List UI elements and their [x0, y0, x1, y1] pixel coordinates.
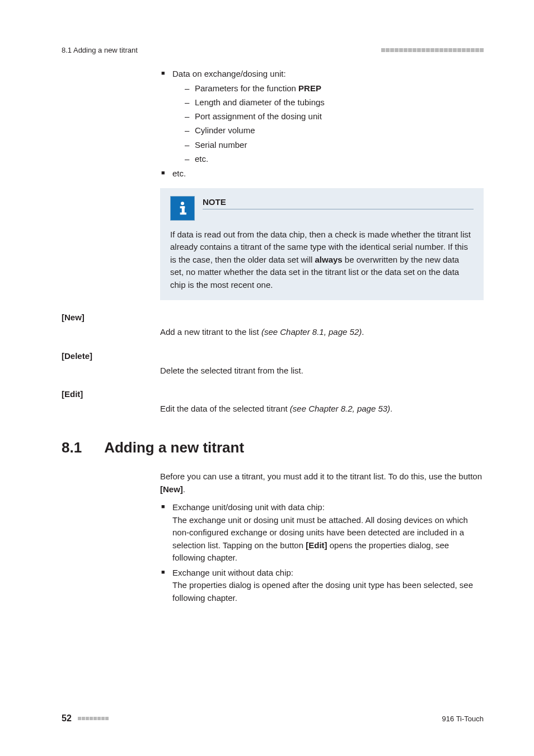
text-italic: (see Chapter 8.1, page 52): [261, 327, 362, 337]
list-item: Data on exchange/dosing unit: Parameters…: [172, 68, 484, 165]
sub-list-item: Serial number: [195, 138, 484, 151]
list-item: Exchange unit without data chip: The pro…: [172, 567, 484, 605]
sub-list-item: Parameters for the function PREP: [195, 82, 484, 95]
list-item-text: Data on exchange/dosing unit:: [172, 69, 286, 78]
def-row-edit: [Edit] Edit the data of the selected tit…: [62, 389, 484, 416]
data-list: Data on exchange/dosing unit: Parameters…: [160, 68, 484, 180]
text: Edit the data of the selected titrant: [160, 404, 290, 413]
decor-squares-icon: [77, 717, 109, 720]
note-head: NOTE: [170, 196, 474, 221]
procedure-list: Exchange unit/dosing unit with data chip…: [160, 501, 484, 604]
text: Before you can use a titrant, you must a…: [160, 472, 482, 481]
list-item-head: Exchange unit without data chip:: [172, 568, 293, 577]
svg-point-0: [181, 202, 184, 205]
note-title: NOTE: [203, 197, 474, 209]
text: .: [362, 327, 364, 337]
sub-list-item: Port assignment of the dosing unit: [195, 110, 484, 123]
decor-squares-icon: [381, 48, 484, 52]
heading-number: 8.1: [62, 439, 82, 456]
sub-list: Parameters for the function PREP Length …: [172, 82, 484, 166]
def-row-new: [New] Add a new titrant to the list (see…: [62, 312, 484, 339]
text-bold: always: [315, 255, 342, 264]
note-box: NOTE If data is read out from the data c…: [160, 188, 484, 301]
sub-list-item: Cylinder volume: [195, 124, 484, 137]
body-column: Before you can use a titrant, you must a…: [160, 470, 484, 605]
text: Parameters for the function: [195, 83, 298, 93]
text: The properties dialog is opened after th…: [172, 580, 473, 603]
sub-list-item: etc.: [195, 152, 484, 165]
text-bold: [New]: [160, 484, 183, 494]
list-item-head: Exchange unit/dosing unit with data chip…: [172, 502, 325, 512]
def-desc: Add a new titrant to the list (see Chapt…: [160, 312, 484, 339]
footer-left: 52: [62, 713, 109, 724]
intro-paragraph: Before you can use a titrant, you must a…: [160, 470, 484, 496]
section-heading: 8.1 Adding a new titrant: [62, 439, 484, 456]
list-item: etc.: [172, 167, 484, 180]
page-footer: 52 916 Ti-Touch: [62, 713, 484, 724]
text: .: [183, 484, 185, 494]
text: Add a new titrant to the list: [160, 327, 261, 337]
def-term: [Delete]: [62, 351, 160, 377]
text: .: [390, 404, 392, 413]
note-title-wrap: NOTE: [203, 196, 474, 209]
text-bold: PREP: [298, 83, 321, 93]
def-desc: Delete the selected titrant from the lis…: [160, 351, 484, 377]
body-column: Data on exchange/dosing unit: Parameters…: [160, 68, 484, 300]
def-row-delete: [Delete] Delete the selected titrant fro…: [62, 351, 484, 377]
footer-product: 916 Ti-Touch: [442, 715, 484, 723]
sub-list-item: Length and diameter of the tubings: [195, 96, 484, 109]
heading-text: Adding a new titrant: [104, 439, 244, 456]
page-number: 52: [62, 713, 72, 724]
def-term: [Edit]: [62, 389, 160, 416]
running-head: 8.1 Adding a new titrant: [62, 46, 484, 54]
list-item: Exchange unit/dosing unit with data chip…: [172, 501, 484, 564]
text-bold: [Edit]: [306, 540, 327, 550]
svg-rect-3: [180, 212, 186, 214]
note-body: If data is read out from the data chip, …: [170, 228, 474, 292]
def-desc: Edit the data of the selected titrant (s…: [160, 389, 484, 416]
running-head-section: 8.1 Adding a new titrant: [62, 46, 138, 54]
def-term: [New]: [62, 312, 160, 339]
text-italic: (see Chapter 8.2, page 53): [290, 404, 390, 413]
info-icon: [170, 196, 195, 221]
page: 8.1 Adding a new titrant Data on exchang…: [0, 0, 534, 756]
